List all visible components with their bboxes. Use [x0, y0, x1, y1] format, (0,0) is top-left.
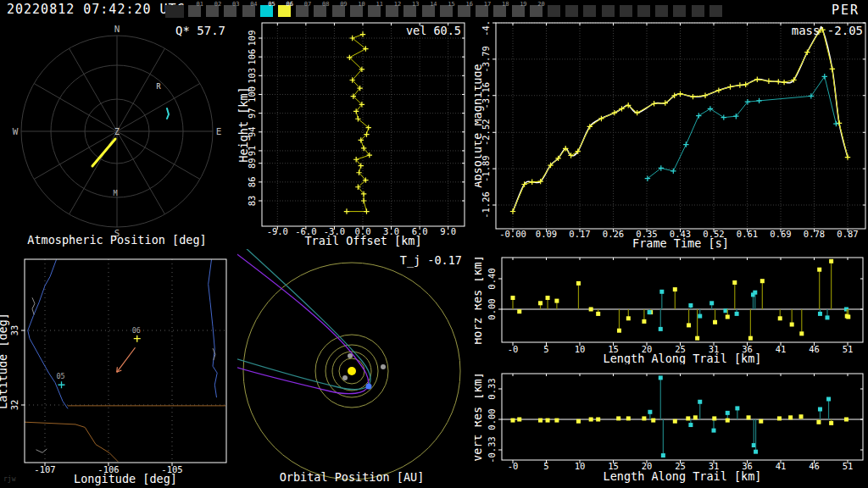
- station-number-label: 05: [268, 1, 275, 8]
- station-indicator-19[interactable]: 19: [512, 3, 525, 17]
- svg-text:Length Along Trail [km]: Length Along Trail [km]: [604, 469, 762, 483]
- station-indicator-blank[interactable]: [709, 3, 722, 17]
- station-number-label: 04: [250, 1, 257, 8]
- svg-text:Z: Z: [114, 127, 120, 136]
- station-indicator-09[interactable]: 09: [332, 3, 345, 17]
- svg-text:R: R: [156, 82, 161, 91]
- svg-text:86: 86: [247, 177, 257, 188]
- station-indicator-16[interactable]: 16: [458, 3, 470, 17]
- station-indicator-05[interactable]: 05: [260, 3, 273, 17]
- atmospheric-position-panel: NSEWZRMQ* 57.7Atmospheric Position [deg]: [0, 20, 237, 249]
- station-number-label: 15: [448, 1, 454, 8]
- svg-text:Trail Offset [km]: Trail Offset [km]: [304, 234, 421, 247]
- svg-text:10: 10: [575, 461, 586, 471]
- svg-text:E: E: [216, 126, 222, 137]
- station-number-label: 08: [322, 1, 329, 8]
- svg-text:51: 51: [843, 461, 854, 471]
- svg-text:9.0: 9.0: [440, 226, 456, 236]
- svg-text:-0: -0: [508, 461, 519, 471]
- svg-text:06: 06: [132, 326, 141, 335]
- station-indicator-06[interactable]: 06: [278, 3, 291, 17]
- svg-text:Horz Res [km]: Horz Res [km]: [475, 255, 484, 345]
- station-indicator-blank[interactable]: [602, 3, 615, 17]
- svg-text:46: 46: [809, 344, 820, 354]
- station-number-label: 02: [214, 1, 221, 8]
- station-indicator-blank[interactable]: [673, 3, 686, 17]
- station-indicator-10[interactable]: 10: [350, 3, 363, 17]
- station-indicator-08[interactable]: 08: [314, 3, 326, 17]
- station-square: [692, 5, 704, 17]
- station-number-label: 20: [537, 1, 544, 8]
- horizontal-residuals-chart: -051015202531364146510.000.40Length Alon…: [475, 249, 868, 364]
- station-indicator-13[interactable]: 13: [403, 3, 416, 17]
- svg-text:0.33: 0.33: [487, 378, 497, 399]
- station-indicator-02[interactable]: 02: [206, 3, 219, 17]
- station-indicator-blank[interactable]: [548, 3, 560, 17]
- svg-text:05: 05: [56, 372, 64, 380]
- station-indicator-blank[interactable]: [692, 3, 704, 17]
- station-indicator-blank[interactable]: [637, 3, 650, 17]
- station-square: [620, 5, 632, 17]
- svg-text:M: M: [113, 189, 117, 197]
- station-indicator-12[interactable]: 12: [386, 3, 398, 17]
- station-indicator-04[interactable]: 04: [242, 3, 255, 17]
- station-number-label: 06: [287, 1, 293, 8]
- svg-text:46: 46: [809, 461, 820, 471]
- svg-text:41: 41: [776, 461, 787, 471]
- station-number-label: 18: [502, 1, 509, 8]
- station-square: [583, 5, 596, 17]
- station-number-label: 14: [430, 1, 437, 8]
- station-indicator-01[interactable]: 01: [188, 3, 201, 17]
- station-indicator-11[interactable]: 11: [368, 3, 381, 17]
- station-indicator-07[interactable]: 07: [296, 3, 309, 17]
- svg-text:0.78: 0.78: [804, 229, 825, 239]
- svg-text:32: 32: [9, 400, 19, 411]
- svg-text:Q* 57.7: Q* 57.7: [175, 24, 225, 37]
- svg-text:83: 83: [247, 196, 257, 207]
- svg-text:N: N: [114, 24, 120, 35]
- station-indicator-14[interactable]: 14: [422, 3, 435, 17]
- svg-text:109: 109: [247, 30, 257, 47]
- svg-text:0.00: 0.00: [487, 298, 497, 319]
- svg-text:0.00: 0.00: [487, 408, 497, 430]
- station-number-label: 13: [412, 1, 419, 8]
- station-indicator-strip: 0102030405060708091011121314151617181920: [165, 0, 742, 19]
- svg-text:10: 10: [575, 344, 586, 354]
- station-number-label: 11: [376, 1, 383, 8]
- ground-track-map: 0605-107-106-1053233Longitude [deg]Latit…: [0, 249, 237, 488]
- station-indicator-blank[interactable]: [655, 3, 668, 17]
- svg-text:Atmospheric Position [deg]: Atmospheric Position [deg]: [27, 233, 206, 247]
- station-indicator-15[interactable]: 15: [440, 3, 453, 17]
- station-number-label: 09: [340, 1, 347, 8]
- orbital-position-panel: T_j -0.17Orbital Position [AU]: [237, 249, 475, 488]
- station-indicator-18[interactable]: 18: [493, 3, 506, 17]
- station-square: [673, 5, 686, 17]
- station-indicator-20[interactable]: 20: [530, 3, 542, 17]
- station-indicator-blank[interactable]: [165, 3, 184, 17]
- watermark: rjw: [3, 475, 15, 483]
- svg-text:33: 33: [9, 325, 19, 336]
- svg-text:-4.42: -4.42: [481, 20, 491, 36]
- svg-text:Height [km]: Height [km]: [237, 86, 250, 162]
- svg-text:0.61: 0.61: [737, 229, 758, 239]
- station-indicator-17[interactable]: 17: [476, 3, 488, 17]
- svg-text:5: 5: [543, 461, 548, 471]
- vertical-residuals-chart: -05101520253136414651-0.330.000.33Length…: [475, 364, 868, 488]
- svg-text:-1.26: -1.26: [481, 191, 491, 219]
- station-indicator-blank[interactable]: [565, 3, 578, 17]
- station-indicator-03[interactable]: 03: [224, 3, 236, 17]
- svg-text:0.26: 0.26: [603, 229, 624, 239]
- station-square: [637, 5, 650, 17]
- svg-text:Frame Time [s]: Frame Time [s]: [632, 236, 729, 249]
- svg-text:0.87: 0.87: [837, 229, 858, 239]
- station-number-label: 16: [466, 1, 473, 8]
- station-indicator-blank[interactable]: [583, 3, 596, 17]
- station-number-label: 07: [304, 1, 311, 8]
- station-number-label: 03: [232, 1, 239, 8]
- station-square: [165, 5, 184, 18]
- svg-text:103: 103: [247, 68, 257, 84]
- svg-text:-107: -107: [34, 464, 55, 474]
- svg-text:-0: -0: [508, 344, 519, 354]
- station-indicator-blank[interactable]: [620, 3, 632, 17]
- svg-text:51: 51: [843, 344, 854, 354]
